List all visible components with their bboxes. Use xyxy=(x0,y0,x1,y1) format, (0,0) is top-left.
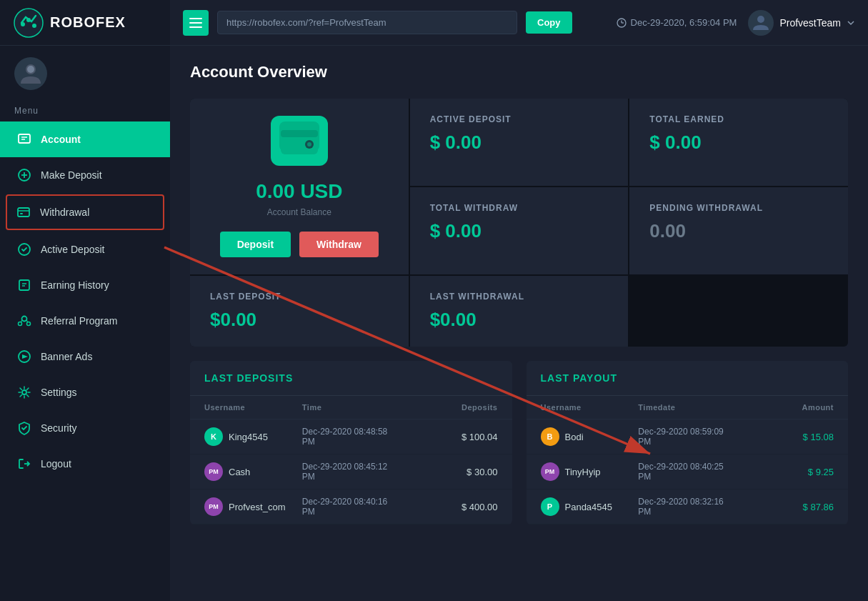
table-row: B Bodi Dec-29-2020 08:59:09 PM $ 15.08 xyxy=(527,419,849,455)
sidebar-item-referral[interactable]: Referral Program xyxy=(0,303,170,339)
payout-row-1-username: B Bodi xyxy=(541,427,639,446)
settings-label: Settings xyxy=(41,387,77,398)
sidebar: ROBOFEX Menu Account Make Deposit Withdr… xyxy=(0,0,170,601)
menu-toggle-button[interactable] xyxy=(183,10,209,36)
active-deposit-label: Active Deposit xyxy=(41,244,104,255)
earning-history-label: Earning History xyxy=(41,279,109,291)
stat-value-pending-withdrawal: 0.00 xyxy=(649,220,828,242)
page-content: Account Overview 0.00 USD Account Balanc… xyxy=(170,46,868,601)
svg-point-1 xyxy=(21,22,25,26)
deposits-row-1-time: Dec-29-2020 08:48:58 PM xyxy=(302,427,400,447)
payout-row-3-time: Dec-29-2020 08:32:16 PM xyxy=(638,497,736,517)
svg-rect-16 xyxy=(19,280,29,290)
withdrawal-label: Withdrawal xyxy=(40,207,89,218)
payout-row-2-time: Dec-29-2020 08:40:25 PM xyxy=(638,462,736,482)
stat-title-last-withdrawal: LAST WITHDRAWAL xyxy=(430,292,609,302)
svg-point-0 xyxy=(14,9,43,37)
stat-value-last-deposit: $0.00 xyxy=(210,309,389,331)
sidebar-item-make-deposit[interactable]: Make Deposit xyxy=(0,157,170,193)
earning-history-icon xyxy=(16,277,32,293)
menu-label: Menu xyxy=(0,101,170,121)
deposits-row-2-amount: $ 30.00 xyxy=(400,467,498,477)
sidebar-item-banner-ads[interactable]: Banner Ads xyxy=(0,339,170,374)
stat-title-pending-withdrawal: PENDING WITHDRAWAL xyxy=(649,203,828,213)
payout-row-3-amount: $ 87.86 xyxy=(736,502,834,512)
deposits-row-3-amount: $ 400.00 xyxy=(400,502,498,512)
payout-col-timedate: Timedate xyxy=(638,403,736,412)
datetime-display: Dec-29-2020, 6:59:04 PM xyxy=(617,17,737,28)
sidebar-item-active-deposit[interactable]: Active Deposit xyxy=(0,232,170,267)
sidebar-item-withdrawal[interactable]: Withdrawal xyxy=(6,194,164,230)
stats-section: 0.00 USD Account Balance Deposit Withdra… xyxy=(190,99,848,347)
deposits-col-deposits: Deposits xyxy=(400,403,498,412)
user-avatar xyxy=(748,10,774,36)
last-deposits-col-headers: Username Time Deposits xyxy=(190,396,512,419)
user-dot-tinyhyip: PM xyxy=(541,462,559,481)
hamburger-line-3 xyxy=(189,26,202,28)
deposits-row-2-time: Dec-29-2020 08:45:12 PM xyxy=(302,462,400,482)
svg-point-35 xyxy=(307,142,311,146)
sidebar-item-security[interactable]: Security xyxy=(0,410,170,446)
svg-rect-6 xyxy=(19,134,30,143)
payout-row-2-amount: $ 9.25 xyxy=(736,467,834,477)
table-row: PM Profvest_com Dec-29-2020 08:40:16 PM … xyxy=(190,490,512,525)
sidebar-item-logout[interactable]: Logout xyxy=(0,446,170,482)
withdrawal-icon xyxy=(16,204,31,220)
table-row: K King4545 Dec-29-2020 08:48:58 PM $ 100… xyxy=(190,419,512,455)
stat-card-active-deposit: ACTIVE DEPOSIT $ 0.00 xyxy=(410,99,629,186)
payout-col-amount: Amount xyxy=(736,403,834,412)
svg-point-21 xyxy=(27,322,31,326)
datetime-text: Dec-29-2020, 6:59:04 PM xyxy=(631,17,737,28)
main-content: Copy Dec-29-2020, 6:59:04 PM ProfvestTea… xyxy=(170,0,868,601)
make-deposit-icon xyxy=(16,167,32,183)
logo-icon xyxy=(13,7,44,39)
security-icon xyxy=(16,420,32,436)
svg-point-19 xyxy=(22,317,27,322)
last-payout-header: LAST PAYOUT xyxy=(527,361,849,396)
deposits-row-3-time: Dec-29-2020 08:40:16 PM xyxy=(302,497,400,517)
tables-section: LAST DEPOSITS Username Time Deposits K K… xyxy=(190,361,848,525)
account-icon xyxy=(16,131,32,147)
table-row: PM Cash Dec-29-2020 08:45:12 PM $ 30.00 xyxy=(190,455,512,490)
deposits-row-3-username: PM Profvest_com xyxy=(204,497,302,516)
logo-area: ROBOFEX xyxy=(0,0,170,46)
svg-point-20 xyxy=(19,322,22,326)
page-title: Account Overview xyxy=(190,63,848,81)
stat-value-last-withdrawal: $0.00 xyxy=(430,309,609,331)
user-dot-panda: P xyxy=(541,497,559,516)
sidebar-item-settings[interactable]: Settings xyxy=(0,374,170,410)
deposits-row-1-amount: $ 100.04 xyxy=(400,432,498,442)
deposits-col-username: Username xyxy=(204,403,302,412)
stat-title-total-earned: TOTAL EARNED xyxy=(649,114,828,124)
logout-label: Logout xyxy=(41,458,71,470)
withdraw-button[interactable]: Withdraw xyxy=(299,232,379,257)
ref-url-input[interactable] xyxy=(217,11,517,34)
stat-card-last-deposit: LAST DEPOSIT $0.00 xyxy=(190,276,409,347)
deposit-button[interactable]: Deposit xyxy=(220,232,291,257)
banner-ads-icon xyxy=(16,349,32,364)
stat-title-total-withdraw: TOTAL WITHDRAW xyxy=(430,203,609,213)
sidebar-avatar-area xyxy=(0,46,170,101)
last-deposits-title: LAST DEPOSITS xyxy=(204,372,498,384)
stat-value-active-deposit: $ 0.00 xyxy=(430,131,609,154)
referral-icon xyxy=(16,313,32,329)
copy-button[interactable]: Copy xyxy=(526,11,572,34)
sidebar-item-earning-history[interactable]: Earning History xyxy=(0,267,170,303)
payout-row-1-amount: $ 15.08 xyxy=(736,432,834,442)
account-label: Account xyxy=(41,134,81,145)
stat-value-total-earned: $ 0.00 xyxy=(649,131,828,154)
stat-card-pending-withdrawal: PENDING WITHDRAWAL 0.00 xyxy=(629,187,848,274)
payout-row-3-username: P Panda4545 xyxy=(541,497,639,516)
svg-rect-33 xyxy=(281,130,318,137)
table-row: P Panda4545 Dec-29-2020 08:32:16 PM $ 87… xyxy=(527,490,849,525)
last-payout-card: LAST PAYOUT Username Timedate Amount B B… xyxy=(527,361,849,525)
balance-actions: Deposit Withdraw xyxy=(220,232,379,257)
stat-card-total-withdraw: TOTAL WITHDRAW $ 0.00 xyxy=(410,187,629,274)
security-label: Security xyxy=(41,422,77,434)
user-info[interactable]: ProfvestTeam xyxy=(748,10,855,36)
sidebar-item-account[interactable]: Account xyxy=(0,121,170,157)
last-payout-title: LAST PAYOUT xyxy=(541,372,834,384)
stat-card-total-earned: TOTAL EARNED $ 0.00 xyxy=(629,99,848,186)
svg-point-2 xyxy=(26,18,31,22)
svg-point-5 xyxy=(27,66,34,73)
